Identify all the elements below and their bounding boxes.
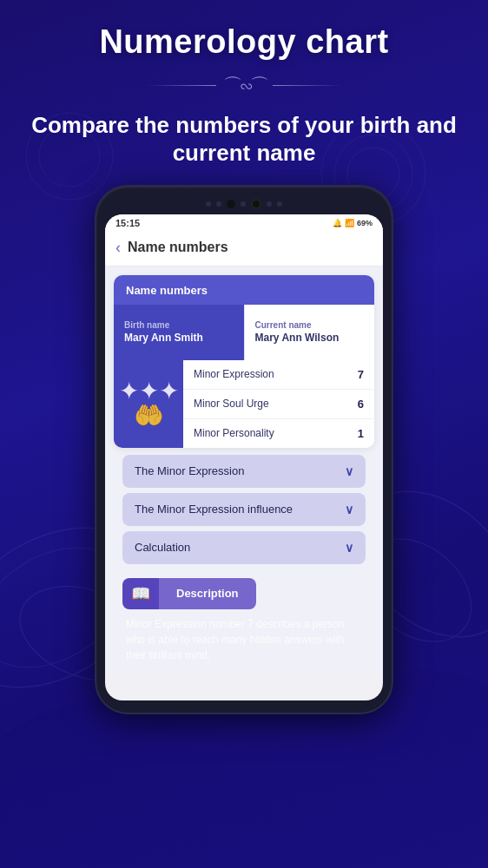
- status-icon-wifi: 📶: [345, 219, 354, 227]
- subtitle: Compare the numbers of your birth and cu…: [0, 111, 488, 168]
- app-header-title: Name numbers: [128, 240, 228, 255]
- app-header: ‹ Name numbers: [105, 232, 383, 266]
- back-button[interactable]: ‹: [115, 239, 121, 257]
- main-title: Numerology chart: [99, 24, 388, 61]
- ornament-divider: ⌒∽⌒: [147, 73, 342, 99]
- numbers-list: Minor Expression 7 Minor Soul Urge 6 Min…: [183, 360, 374, 448]
- ornament-icon: ⌒∽⌒: [223, 73, 266, 99]
- status-icons: 🔔 📶 69%: [333, 219, 373, 227]
- birth-name-value: Mary Ann Smith: [124, 332, 234, 344]
- description-label-box[interactable]: Description: [159, 578, 256, 609]
- accordion-label-expression-influence: The Minor Expression influence: [135, 503, 293, 516]
- number-value-personality: 1: [358, 427, 364, 440]
- current-name-value: Mary Ann Wilson: [255, 332, 365, 344]
- current-name-label: Current name: [255, 320, 365, 330]
- description-section: 📖 Description Minor Expression number 7 …: [114, 569, 374, 663]
- accordion-section: The Minor Expression ∨ The Minor Express…: [114, 448, 374, 564]
- accordion-item-expression[interactable]: The Minor Expression ∨: [122, 455, 366, 488]
- number-row-soul-urge[interactable]: Minor Soul Urge 6: [183, 390, 374, 419]
- card-header: Name numbers: [114, 275, 374, 305]
- accordion-item-calculation[interactable]: Calculation ∨: [122, 531, 366, 564]
- star-hand-icon: ✦✦✦🤲: [119, 379, 179, 428]
- description-label: Description: [176, 587, 239, 600]
- phone-dot-6: [277, 201, 282, 207]
- number-label-personality: Minor Personality: [194, 427, 274, 439]
- number-label-soul-urge: Minor Soul Urge: [194, 398, 269, 410]
- name-numbers-card: Name numbers Birth name Mary Ann Smith C…: [114, 275, 374, 448]
- phone-mockup: 15:15 🔔 📶 69% ‹ Name numbers: [96, 187, 392, 713]
- birth-name-column[interactable]: Birth name Mary Ann Smith: [114, 305, 244, 360]
- book-icon: 📖: [131, 584, 150, 603]
- app-content: Name numbers Birth name Mary Ann Smith C…: [105, 266, 383, 672]
- status-battery: 69%: [357, 219, 373, 227]
- phone-top-bar: [105, 199, 383, 209]
- chevron-down-icon-calculation: ∨: [345, 541, 353, 555]
- accordion-label-expression: The Minor Expression: [135, 464, 244, 477]
- number-value-expression: 7: [358, 368, 364, 381]
- names-row: Birth name Mary Ann Smith Current name M…: [114, 305, 374, 360]
- birth-name-label: Birth name: [124, 320, 234, 330]
- numbers-section: ✦✦✦🤲 Minor Expression 7 Minor: [114, 360, 374, 448]
- chevron-down-icon-expression: ∨: [345, 464, 353, 478]
- numbers-icon-column: ✦✦✦🤲: [114, 360, 183, 448]
- accordion-item-expression-influence[interactable]: The Minor Expression influence ∨: [122, 493, 366, 526]
- number-row-expression[interactable]: Minor Expression 7: [183, 360, 374, 390]
- number-row-personality[interactable]: Minor Personality 1: [183, 419, 374, 448]
- ornament-line-left: [147, 85, 216, 86]
- phone-screen: 15:15 🔔 📶 69% ‹ Name numbers: [105, 214, 383, 700]
- number-value-soul-urge: 6: [358, 398, 364, 411]
- phone-camera: [251, 199, 261, 209]
- card-header-label: Name numbers: [126, 284, 208, 297]
- accordion-label-calculation: Calculation: [135, 541, 190, 554]
- phone-dot-4: [241, 201, 246, 207]
- description-text: Minor Expression number 7 describes a pe…: [122, 616, 366, 663]
- phone-dot-2: [216, 201, 221, 207]
- description-icon-row: 📖 Description: [122, 578, 366, 609]
- status-icon-alarm: 🔔: [333, 219, 342, 227]
- description-icon-box: 📖: [122, 578, 159, 609]
- ornament-line-right: [273, 85, 342, 86]
- current-name-column[interactable]: Current name Mary Ann Wilson: [244, 305, 375, 360]
- status-time: 15:15: [115, 218, 140, 228]
- phone-dot-3: [227, 200, 235, 208]
- page-background: Numerology chart ⌒∽⌒ Compare the numbers…: [0, 0, 488, 868]
- chevron-down-icon-influence: ∨: [345, 503, 353, 516]
- phone-dot-1: [206, 201, 211, 207]
- number-label-expression: Minor Expression: [194, 368, 274, 380]
- status-bar: 15:15 🔔 📶 69%: [105, 214, 383, 232]
- phone-dot-5: [267, 201, 272, 207]
